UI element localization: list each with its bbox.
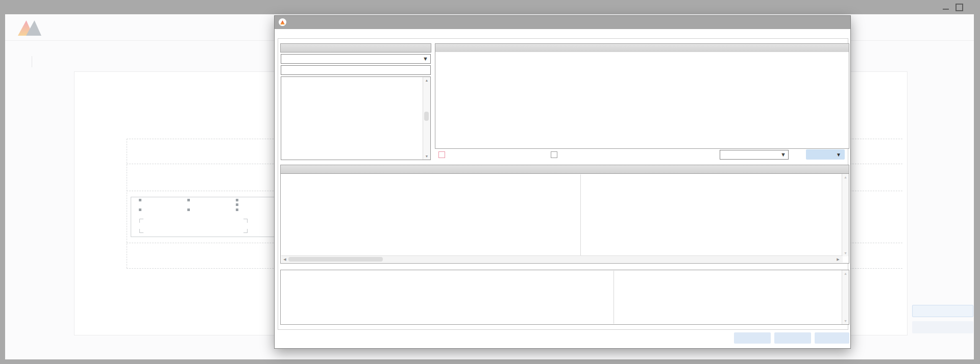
expression-dialog: ▼ ▲ ▼ ✓ ▼ ▼ bbox=[274, 15, 851, 349]
band-left-dashed-line bbox=[127, 139, 127, 268]
alphabet-checkbox[interactable]: ✓ bbox=[438, 151, 445, 158]
aggregation-tool-icon[interactable] bbox=[237, 95, 250, 100]
window-close-icon[interactable] bbox=[967, 2, 977, 12]
sidebar-divider bbox=[32, 56, 32, 67]
maximize-icon[interactable] bbox=[954, 2, 964, 12]
parent-object-select[interactable]: ▼ bbox=[720, 150, 789, 160]
ok-button[interactable] bbox=[734, 332, 771, 344]
cancel-button[interactable] bbox=[774, 332, 811, 344]
chevron-down-icon: ▼ bbox=[423, 56, 428, 62]
expression-edit-area[interactable]: ▲ ▼ bbox=[280, 270, 849, 325]
abra-logo bbox=[18, 18, 84, 40]
data-items-header bbox=[435, 43, 849, 53]
scroll-up-icon[interactable]: ▲ bbox=[842, 272, 849, 275]
functions-header bbox=[280, 43, 431, 53]
edit-column-divider bbox=[614, 271, 614, 324]
canvas-left-rule bbox=[101, 112, 102, 331]
function-list-scrollbar[interactable]: ▲ ▼ bbox=[423, 77, 430, 160]
chevron-down-icon: ▼ bbox=[836, 152, 841, 158]
scroll-down-icon[interactable]: ▼ bbox=[842, 251, 849, 255]
scroll-up-icon[interactable]: ▲ bbox=[423, 79, 430, 82]
abra-dialog-icon bbox=[279, 18, 286, 26]
screen: ▼ ▲ ▼ ✓ ▼ ▼ bbox=[0, 0, 980, 364]
scroll-left-icon[interactable]: ◀ bbox=[282, 257, 287, 262]
add-button[interactable]: ▼ bbox=[806, 149, 845, 160]
edit-vscrollbar[interactable]: ▲ ▼ bbox=[842, 270, 849, 324]
function-description-area: ▲ ▼ ◀ ▶ bbox=[280, 173, 849, 264]
description-vscrollbar[interactable]: ▲ ▼ bbox=[842, 174, 849, 256]
scroll-down-icon[interactable]: ▼ bbox=[423, 154, 430, 158]
chevron-down-icon: ▼ bbox=[780, 151, 786, 158]
scroll-down-icon[interactable]: ▼ bbox=[842, 319, 849, 323]
description-column-divider bbox=[580, 174, 581, 256]
save-button[interactable] bbox=[912, 305, 973, 317]
scrollbar-thumb[interactable] bbox=[288, 257, 383, 262]
function-filter-input[interactable] bbox=[281, 65, 431, 75]
active-tab-underline bbox=[132, 69, 157, 70]
dialog-title-bar bbox=[275, 16, 850, 29]
scroll-up-icon[interactable]: ▲ bbox=[842, 175, 849, 179]
function-description-header bbox=[280, 165, 849, 174]
function-list: ▲ ▼ bbox=[281, 76, 431, 160]
scrollbar-thumb[interactable] bbox=[424, 112, 429, 121]
minimize-icon[interactable] bbox=[941, 2, 951, 12]
scroll-right-icon[interactable]: ▶ bbox=[836, 257, 841, 262]
discard-changes-button[interactable] bbox=[912, 321, 973, 333]
function-category-select[interactable]: ▼ bbox=[281, 54, 431, 64]
description-hscrollbar[interactable]: ◀ ▶ bbox=[281, 255, 843, 263]
window-title-bar bbox=[0, 0, 980, 14]
data-items-tree bbox=[435, 52, 849, 149]
help-button[interactable] bbox=[815, 332, 849, 344]
sort-by-description-checkbox[interactable] bbox=[551, 151, 557, 158]
